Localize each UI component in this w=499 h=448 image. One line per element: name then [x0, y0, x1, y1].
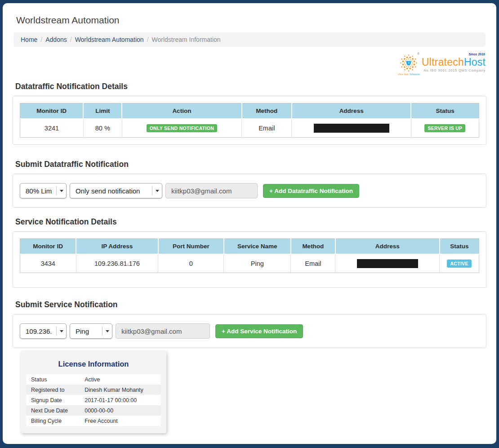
- monitor-id-cell: 3434: [20, 254, 76, 273]
- redacted-address: [357, 259, 418, 268]
- col-method: Method: [291, 239, 335, 255]
- brand-name: UltratechHost: [422, 57, 486, 67]
- limit-select[interactable]: 80% Lim: [20, 183, 67, 198]
- submit-datatraffic-panel: 80% Lim Only send notification + Add Dat…: [13, 174, 486, 208]
- license-row-next-due-date: Next Due Date 0000-00-00: [27, 405, 160, 416]
- service-details-heading: Service Notification Details: [15, 217, 484, 227]
- add-datatraffic-button[interactable]: + Add Datatraffic Notification: [263, 184, 359, 198]
- service-select[interactable]: Ping: [70, 323, 112, 339]
- dropdown-arrow-icon: [56, 186, 63, 195]
- action-badge: ONLY SEND NOTIFICATION: [147, 124, 218, 132]
- license-value: 2017-01-17 00:00:00: [80, 395, 160, 405]
- license-value: Dinesh Kumar Mohanty: [80, 385, 160, 395]
- license-label: Signup Date: [27, 395, 80, 405]
- license-row-status: Status Active: [27, 374, 160, 385]
- license-label: Next Due Date: [27, 405, 80, 416]
- col-service-name: Service Name: [224, 239, 291, 255]
- datatraffic-email-input[interactable]: [165, 183, 258, 198]
- col-monitor-id: Monitor ID: [20, 103, 84, 119]
- col-port-number: Port Number: [158, 239, 224, 255]
- license-value: Active: [80, 374, 160, 385]
- breadcrumb-separator: /: [40, 36, 42, 43]
- company-logo[interactable]: ® Ultra Web Solutions Since 2010 Ultrate…: [397, 52, 486, 75]
- breadcrumb-link-home[interactable]: Home: [21, 36, 37, 43]
- datatraffic-details-heading: Datatraffic Notification Details: [15, 82, 484, 91]
- col-method: Method: [242, 103, 292, 119]
- limit-cell: 80 %: [83, 119, 122, 138]
- method-cell: Email: [242, 119, 292, 138]
- license-table: Status Active Registered to Dinesh Kumar…: [27, 374, 160, 426]
- dropdown-arrow-icon: [152, 186, 159, 195]
- service-table-panel: Monitor ID IP Address Port Number Servic…: [13, 231, 486, 288]
- logo-caption: Ultra Web Solutions: [397, 73, 420, 76]
- logo-tagline: An ISO 9001:2015 QMS Company: [422, 68, 486, 72]
- license-title: License Information: [27, 360, 160, 368]
- submit-service-heading: Submit Service Notification: [15, 300, 484, 309]
- action-select-value: Only send notification: [76, 187, 140, 195]
- service-row: 3434 109.236.81.176 0 Ping Email ACTIVE: [20, 254, 479, 273]
- limit-select-value: 80% Lim: [26, 187, 52, 195]
- status-cell: ACTIVE: [440, 254, 479, 273]
- datatraffic-header-row: Monitor ID Limit Action Method Address S…: [20, 103, 479, 119]
- license-value: Free Account: [80, 416, 160, 426]
- license-panel: License Information Status Active Regist…: [21, 351, 166, 433]
- datatraffic-table: Monitor ID Limit Action Method Address S…: [20, 103, 479, 138]
- breadcrumb-link-worldstream-automation[interactable]: Worldstream Automation: [75, 36, 144, 43]
- col-address: Address: [335, 239, 440, 255]
- breadcrumb-link-addons[interactable]: Addons: [45, 36, 67, 43]
- service-email-input[interactable]: [116, 323, 210, 339]
- license-row-billing-cycle: Billing Cycle Free Account: [27, 416, 160, 426]
- breadcrumb-separator: /: [70, 36, 72, 43]
- status-cell: SERVER IS UP: [411, 119, 479, 138]
- service-header-row: Monitor ID IP Address Port Number Servic…: [20, 239, 479, 255]
- license-label: Registered to: [27, 385, 80, 395]
- submit-datatraffic-heading: Submit Datatraffic Notification: [15, 160, 484, 169]
- datatraffic-table-panel: Monitor ID Limit Action Method Address S…: [13, 96, 486, 145]
- logo-since-label: Since 2010: [469, 53, 485, 56]
- page-container: Worldstream Automation Home/Addons/World…: [3, 3, 496, 444]
- add-service-button[interactable]: + Add Service Notification: [215, 324, 303, 338]
- ip-select[interactable]: 109.236.: [20, 323, 67, 339]
- registered-trademark-icon: ®: [417, 52, 419, 55]
- license-row-registered-to: Registered to Dinesh Kumar Mohanty: [27, 385, 160, 395]
- dropdown-arrow-icon: [102, 327, 109, 336]
- method-cell: Email: [291, 254, 335, 273]
- monitor-id-cell: 3241: [20, 119, 84, 138]
- dropdown-arrow-icon: [56, 327, 63, 336]
- col-address: Address: [292, 103, 411, 119]
- col-status: Status: [411, 103, 479, 119]
- action-cell: ONLY SEND NOTIFICATION: [122, 119, 241, 138]
- logo-wordmark: Since 2010 UltratechHost An ISO 9001:201…: [422, 52, 486, 72]
- redacted-address: [314, 124, 389, 133]
- datatraffic-row: 3241 80 % ONLY SEND NOTIFICATION Email S…: [20, 119, 479, 138]
- license-label: Status: [27, 374, 80, 385]
- server-status-badge: SERVER IS UP: [424, 124, 465, 132]
- ip-select-value: 109.236.: [26, 327, 52, 335]
- breadcrumb-separator: /: [147, 36, 149, 43]
- service-select-value: Ping: [76, 327, 89, 335]
- col-monitor-id: Monitor ID: [20, 239, 76, 255]
- submit-service-panel: 109.236. Ping + Add Service Notification: [13, 314, 486, 348]
- logo-starburst-icon: ® Ultra Web Solutions: [397, 52, 420, 76]
- active-status-badge: ACTIVE: [447, 260, 471, 268]
- col-ip-address: IP Address: [76, 239, 158, 255]
- address-cell: [292, 119, 411, 138]
- breadcrumb: Home/Addons/Worldstream Automation/World…: [13, 32, 486, 47]
- port-cell: 0: [158, 254, 224, 273]
- col-action: Action: [122, 103, 241, 119]
- col-limit: Limit: [83, 103, 122, 119]
- service-name-cell: Ping: [224, 254, 291, 273]
- license-row-signup-date: Signup Date 2017-01-17 00:00:00: [27, 395, 160, 405]
- col-status: Status: [440, 239, 479, 255]
- service-table: Monitor ID IP Address Port Number Servic…: [20, 238, 479, 273]
- ip-address-cell: 109.236.81.176: [76, 254, 158, 273]
- logo-row: ® Ultra Web Solutions Since 2010 Ultrate…: [13, 52, 486, 75]
- address-cell: [335, 254, 440, 273]
- page-title: Worldstream Automation: [16, 15, 483, 26]
- action-select[interactable]: Only send notification: [70, 183, 162, 198]
- breadcrumb-current: Worldstream Information: [152, 36, 221, 43]
- license-label: Billing Cycle: [27, 416, 80, 426]
- license-value: 0000-00-00: [80, 405, 160, 416]
